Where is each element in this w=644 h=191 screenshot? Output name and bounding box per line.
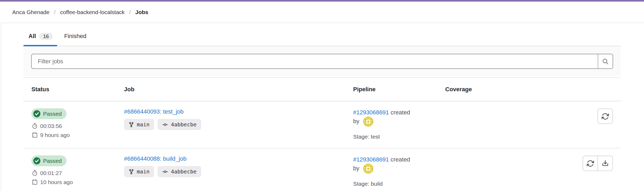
breadcrumb-group-link[interactable]: Anca Ghenade [12,9,49,15]
jobs-page-content: All 16 Finished Status Job Pipeline Cove… [23,27,621,191]
job-duration-value: 00:01:27 [40,170,62,176]
column-header-coverage: Coverage [445,86,533,93]
branch-icon [129,122,134,127]
commit-icon [162,122,168,128]
pipeline-created-text: created [391,156,410,163]
tab-all[interactable]: All 16 [23,27,57,46]
commit-icon [162,169,168,175]
retry-job-button[interactable] [597,109,613,124]
status-badge-label: Passed [43,111,62,117]
jobs-table: Status Job Pipeline Coverage Passed [23,77,621,191]
commit-ref-pill[interactable]: 4abbecbe [158,166,201,177]
job-link[interactable]: #6866440088: build_job [124,155,187,162]
job-duration: 00:03:56 [31,123,124,129]
job-cell: #6866440088: build_job main [124,155,353,177]
status-badge[interactable]: Passed [31,155,67,166]
actions-cell [533,108,621,124]
job-finished-time: 10 hours ago [31,179,124,185]
jobs-tabs: All 16 Finished [23,27,621,46]
commit-sha: 4abbecbe [171,121,196,128]
status-badge[interactable]: Passed [31,108,67,119]
filter-jobs-search-group [31,54,613,69]
tab-all-count-badge: 16 [39,33,53,40]
table-row: Passed 00:03:56 [23,101,621,148]
column-header-job: Job [124,86,353,93]
actions-cell [533,155,621,171]
column-header-status: Status [23,86,124,93]
download-artifacts-button[interactable] [597,156,613,171]
timer-icon [31,170,38,176]
pipeline-stage: Stage: build [353,181,445,187]
job-cell: #6866440093: test_job main [124,108,353,130]
job-link[interactable]: #6866440093: test_job [124,108,184,115]
branch-name: main [137,121,150,128]
breadcrumb-current-page: Jobs [135,9,148,15]
pipeline-by-text: by [353,118,359,124]
calendar-icon [31,132,38,138]
branch-name: main [137,168,150,175]
commit-ref-pill[interactable]: 4abbecbe [158,119,201,130]
branch-ref-pill[interactable]: main [124,166,154,177]
status-cell: Passed 00:03:56 [23,108,124,138]
branch-icon [129,169,134,175]
avatar[interactable] [363,164,373,174]
download-icon [601,159,609,168]
pipeline-created-text: created [391,109,410,116]
pipeline-cell: #1293068691 created by [353,108,445,140]
job-duration-value: 00:03:56 [40,123,62,129]
pipeline-cell: #1293068691 created by [353,155,445,187]
pipeline-link[interactable]: #1293068691 [353,109,389,116]
jobs-table-header: Status Job Pipeline Coverage [23,78,621,101]
pipeline-link[interactable]: #1293068691 [353,156,389,163]
search-icon [602,58,609,65]
filter-jobs-input[interactable] [32,54,598,68]
pipeline-by-text: by [353,165,359,172]
job-actions-button-group [583,156,613,171]
search-button[interactable] [598,54,613,68]
breadcrumb-separator: / [54,9,56,15]
retry-icon [586,159,595,168]
job-refs: main 4abbecbe [124,166,353,177]
status-cell: Passed 00:01:27 [23,155,124,185]
job-finished-time-value: 10 hours ago [40,179,73,185]
tab-finished[interactable]: Finished [59,27,91,46]
breadcrumb-project-link[interactable]: coffee-backend-localstack [60,9,125,15]
jobs-filter-bar [23,47,621,76]
status-passed-icon [33,110,41,118]
pipeline-stage: Stage: test [353,134,445,140]
page-left-border [1,24,1,191]
job-finished-time-value: 9 hours ago [40,132,70,138]
retry-icon [601,112,609,121]
status-badge-label: Passed [43,158,62,164]
calendar-icon [31,179,38,185]
commit-sha: 4abbecbe [171,168,196,175]
timer-icon [31,123,38,129]
tab-all-label: All [28,33,36,40]
breadcrumb-separator: / [129,9,131,15]
job-duration: 00:01:27 [31,170,124,176]
job-refs: main 4abbecbe [124,119,353,130]
table-row: Passed 00:01:27 [23,148,621,191]
status-passed-icon [33,157,41,165]
job-finished-time: 9 hours ago [31,132,124,138]
retry-job-button[interactable] [583,156,598,171]
avatar[interactable] [363,117,373,127]
branch-ref-pill[interactable]: main [124,119,154,130]
breadcrumb: Anca Ghenade / coffee-backend-localstack… [0,2,644,23]
tab-finished-label: Finished [64,33,86,40]
column-header-pipeline: Pipeline [353,86,445,93]
